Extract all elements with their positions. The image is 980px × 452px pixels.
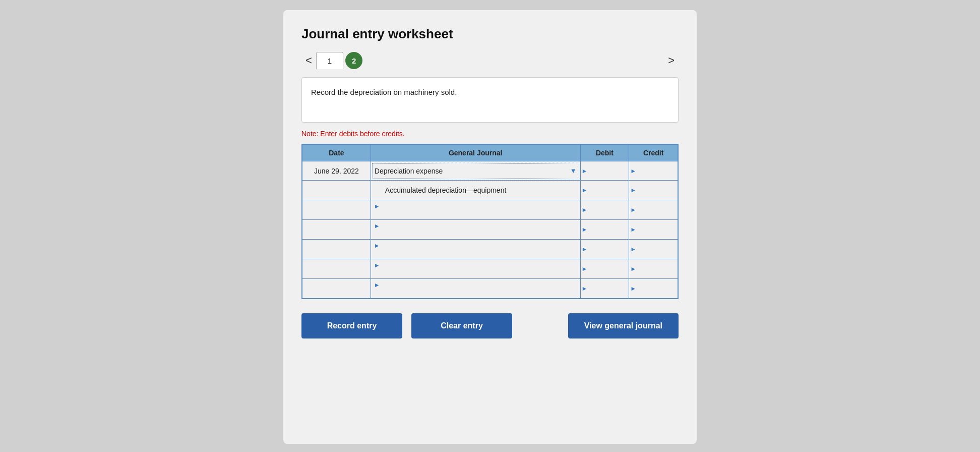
debit-cell-1[interactable]: ► (580, 161, 629, 181)
debit-input-7[interactable] (581, 279, 629, 298)
debit-input-6[interactable] (581, 259, 629, 278)
date-cell-4 (302, 220, 371, 240)
debit-cell-4[interactable]: ► (580, 220, 629, 240)
tabs-row: < 1 2 > (301, 52, 679, 69)
credit-input-2[interactable] (629, 181, 678, 200)
journal-arrow-7: ► (374, 281, 380, 289)
credit-input-1[interactable] (629, 161, 678, 180)
date-cell-1: June 29, 2022 (302, 161, 371, 181)
table-row: June 29, 2022 Depreciation expense ▼ ► ► (302, 161, 678, 181)
header-date: Date (302, 144, 371, 161)
debit-arrow-4: ► (582, 226, 588, 233)
description-text: Record the depreciation on machinery sol… (311, 88, 457, 96)
debit-cell-5[interactable]: ► (580, 240, 629, 259)
next-arrow[interactable]: > (664, 52, 679, 69)
journal-cell-7[interactable]: ► (371, 279, 580, 299)
credit-cell-5[interactable]: ► (629, 240, 678, 259)
dropdown-arrow-1[interactable]: ▼ (568, 167, 579, 175)
date-cell-7 (302, 279, 371, 299)
credit-cell-3[interactable]: ► (629, 200, 678, 220)
tab-2[interactable]: 2 (345, 52, 362, 69)
date-cell-3 (302, 200, 371, 220)
debit-arrow-7: ► (582, 285, 588, 292)
header-debit: Debit (580, 144, 629, 161)
debit-arrow-3: ► (582, 206, 588, 213)
journal-arrow-6: ► (374, 262, 380, 269)
table-row: Accumulated depreciation—equipment ► ► (302, 181, 678, 200)
table-row: ► ► ► (302, 200, 678, 220)
credit-cell-2[interactable]: ► (629, 181, 678, 200)
prev-arrow[interactable]: < (301, 52, 316, 69)
credit-arrow-3: ► (630, 206, 636, 213)
credit-input-6[interactable] (629, 259, 678, 278)
debit-arrow-5: ► (582, 246, 588, 253)
table-row: ► ► ► (302, 259, 678, 279)
debit-cell-7[interactable]: ► (580, 279, 629, 299)
credit-input-5[interactable] (629, 240, 678, 259)
journal-arrow-4: ► (374, 222, 380, 230)
debit-arrow-2: ► (582, 187, 588, 194)
credit-arrow-5: ► (630, 246, 636, 253)
table-row: ► ► ► (302, 240, 678, 259)
table-header-row: Date General Journal Debit Credit (302, 144, 678, 161)
journal-text-1: Depreciation expense (375, 167, 568, 175)
debit-input-3[interactable] (581, 200, 629, 219)
record-entry-button[interactable]: Record entry (301, 313, 402, 338)
debit-cell-6[interactable]: ► (580, 259, 629, 279)
credit-arrow-1: ► (630, 167, 636, 175)
buttons-row: Record entry Clear entry View general jo… (301, 313, 679, 338)
credit-arrow-4: ► (630, 226, 636, 233)
journal-cell-2[interactable]: Accumulated depreciation—equipment (371, 181, 580, 200)
credit-arrow-7: ► (630, 285, 636, 292)
credit-arrow-2: ► (630, 187, 636, 194)
journal-cell-dotted-1: Depreciation expense ▼ (372, 163, 579, 179)
credit-cell-7[interactable]: ► (629, 279, 678, 299)
debit-arrow-6: ► (582, 265, 588, 272)
credit-arrow-6: ► (630, 265, 636, 272)
view-general-journal-button[interactable]: View general journal (568, 313, 679, 338)
header-credit: Credit (629, 144, 678, 161)
worksheet-container: Journal entry worksheet < 1 2 > Record t… (283, 10, 697, 444)
journal-cell-6[interactable]: ► (371, 259, 580, 279)
page-title: Journal entry worksheet (301, 26, 679, 42)
journal-table: Date General Journal Debit Credit June 2… (301, 144, 679, 299)
journal-cell-5[interactable]: ► (371, 240, 580, 259)
credit-input-4[interactable] (629, 220, 678, 239)
table-row: ► ► ► (302, 220, 678, 240)
journal-cell-4[interactable]: ► (371, 220, 580, 240)
debit-input-4[interactable] (581, 220, 629, 239)
journal-arrow-5: ► (374, 242, 380, 249)
date-cell-2 (302, 181, 371, 200)
credit-input-3[interactable] (629, 200, 678, 219)
credit-cell-1[interactable]: ► (629, 161, 678, 181)
credit-cell-6[interactable]: ► (629, 259, 678, 279)
journal-arrow-3: ► (374, 203, 380, 210)
table-row: ► ► ► (302, 279, 678, 299)
debit-input-2[interactable] (581, 181, 629, 200)
debit-input-1[interactable] (581, 161, 629, 180)
journal-text-2: Accumulated depreciation—equipment (385, 186, 506, 194)
date-cell-5 (302, 240, 371, 259)
journal-cell-3[interactable]: ► (371, 200, 580, 220)
debit-arrow-1: ► (582, 167, 588, 175)
debit-cell-3[interactable]: ► (580, 200, 629, 220)
header-journal: General Journal (371, 144, 580, 161)
description-box: Record the depreciation on machinery sol… (301, 77, 679, 123)
journal-cell-1[interactable]: Depreciation expense ▼ (371, 161, 580, 181)
debit-cell-2[interactable]: ► (580, 181, 629, 200)
credit-cell-4[interactable]: ► (629, 220, 678, 240)
note-text: Note: Enter debits before credits. (301, 130, 679, 138)
date-cell-6 (302, 259, 371, 279)
tab-1[interactable]: 1 (316, 52, 343, 69)
credit-input-7[interactable] (629, 279, 678, 298)
debit-input-5[interactable] (581, 240, 629, 259)
clear-entry-button[interactable]: Clear entry (411, 313, 512, 338)
